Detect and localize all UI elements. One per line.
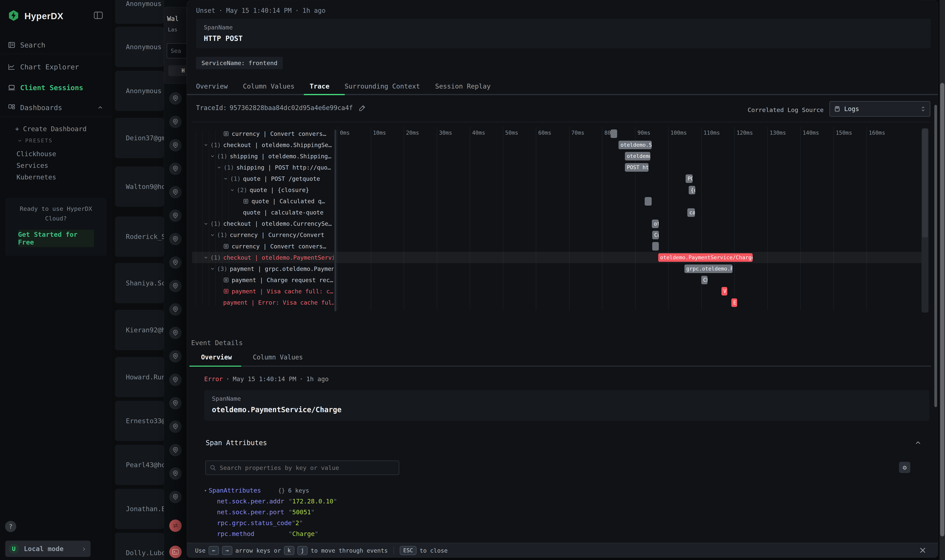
sidebar-item-chart-explorer[interactable]: Chart Explorer [0,60,112,74]
gear-icon[interactable]: ⚙ [899,462,910,473]
location-pin-icon[interactable] [169,350,182,363]
attribute-search-input[interactable] [219,464,399,471]
waterfall-bar[interactable]: POST /getquote [686,174,692,183]
trace-tree-row[interactable]: currency | Convert convers… [192,241,334,252]
sidebar-item-dashboards[interactable]: Dashboards [0,101,112,114]
waterfall-scrollbar-thumb[interactable] [922,129,928,237]
waterfall-bar[interactable]: oteldemo.CurrencySe… [652,220,658,228]
location-pin-icon[interactable] [169,92,182,105]
collapse-chevron-icon[interactable] [914,439,922,447]
waterfall-bar[interactable] [652,242,659,251]
trace-tree-row[interactable]: currency | Convert convers… [192,128,334,139]
drawer-scrollbar-thumb[interactable] [934,105,937,407]
trace-tree-row[interactable]: payment | Error: Visa cache ful… [192,297,334,308]
attribute-key[interactable]: net.sock.peer.port [217,508,288,516]
session-list-item[interactable]: Anonymous [115,27,164,67]
terminal-icon[interactable] [169,546,182,558]
peek-button[interactable]: H [168,65,187,76]
tab-surrounding-context[interactable]: Surrounding Context [345,81,420,92]
session-list-item[interactable]: Shaniya.Sc [115,263,164,303]
location-pin-icon[interactable] [169,374,182,386]
trace-tree-row[interactable]: quote | calculate-quote [192,207,334,218]
trace-tree-row[interactable]: (1)currency | Currency/Convert [192,229,334,241]
trace-tree-row[interactable]: payment | Visa cache full: c… [192,286,334,297]
session-list-item[interactable]: Ernesto33@ [115,401,164,441]
location-pin-icon[interactable] [169,139,182,152]
edit-pencil-icon[interactable] [359,104,366,112]
tab-ed-overview[interactable]: Overview [201,354,232,361]
waterfall-bar[interactable]: calculate-quote [688,208,695,217]
session-list-item[interactable]: Jonathan.B [115,489,164,529]
trace-tree-row[interactable]: payment | Charge request rec… [192,274,334,286]
sidebar-item-preset[interactable]: Services [17,162,48,169]
get-started-button[interactable]: Get Started for Free [18,229,94,247]
location-pin-icon[interactable] [169,280,182,292]
trace-tree-row[interactable]: (2)quote | {closure} [192,185,334,196]
location-pin-icon[interactable] [169,327,182,339]
location-pin-icon[interactable] [169,397,182,409]
session-list-item[interactable]: Dolly.Lubo [115,533,164,560]
session-list-item[interactable]: Pearl43@ho [115,445,164,485]
waterfall-bar[interactable]: oteldemo.PaymentService/Charge [658,253,753,262]
attribute-key[interactable]: rpc.grpc.status_code [217,519,291,527]
create-dashboard-button[interactable]: + Create Dashboard [15,125,86,133]
trace-tree-row[interactable]: (1)quote | POST /getquote [192,173,334,184]
waterfall-bar[interactable]: {closure} [689,186,695,194]
location-pin-icon[interactable] [169,420,182,433]
service-name-chip[interactable]: ServiceName: frontend [196,57,283,69]
sidebar-item-preset[interactable]: Kubernetes [17,173,56,181]
session-list-item[interactable]: Anonymous [115,71,164,111]
sidebar-item-preset[interactable]: Clickhouse [17,150,56,158]
location-pin-icon[interactable] [169,256,182,269]
waterfall-bar[interactable]: grpc.oteldemo.Paymen… [684,265,733,273]
page-scrollbar-thumb[interactable] [940,83,944,536]
attributes-root-row[interactable]: ▾ SpanAttributes {} 6 keys [204,485,631,496]
sidebar-item-search[interactable]: Search [0,38,112,52]
session-list-item[interactable]: Deion37@gm [115,118,164,158]
sidebar-item-client-sessions[interactable]: Client Sessions [0,81,112,94]
session-list-item[interactable]: Roderick_S [115,217,164,257]
location-pin-icon[interactable] [169,163,182,175]
help-button[interactable]: ? [5,521,16,532]
waterfall-bar[interactable]: Error: Visa cache ful… [731,298,737,307]
waterfall-bar[interactable]: POST http://quo… [625,163,649,172]
session-list-item[interactable]: Walton9@ho [115,166,164,207]
location-pin-icon[interactable] [169,186,182,198]
session-list-item[interactable]: Howard.Run [115,357,164,397]
sidebar-collapse-icon[interactable] [94,12,103,19]
tab-session-replay[interactable]: Session Replay [435,81,491,92]
trace-tree-row[interactable]: (3)payment | grpc.oteldemo.Paymen… [192,263,334,274]
peek-search-input[interactable] [167,43,187,58]
attribute-key[interactable]: net.sock.peer.addr [217,498,288,505]
location-pin-icon[interactable] [169,444,182,456]
waterfall-bar[interactable]: Visa cache full: c… [721,287,728,295]
attribute-key[interactable]: rpc.method [217,530,288,537]
location-pin-icon[interactable] [169,491,182,503]
location-pin-icon[interactable] [169,233,182,245]
trace-tree-row[interactable]: (1)shipping | oteldemo.Shipping… [192,151,334,162]
tab-overview[interactable]: Overview [196,81,228,92]
waterfall-bar[interactable] [645,197,652,206]
presets-header[interactable]: PRESETS [17,138,53,143]
waterfall-bar[interactable]: Charge request rec… [701,276,708,284]
waterfall-bar[interactable]: oteldemo.Shipping… [625,152,650,160]
trace-tree-row[interactable]: (1)shipping | POST http://quo… [192,162,334,173]
waterfall-bar[interactable] [610,129,617,138]
session-list-item[interactable]: Anonymous [115,0,164,24]
waterfall-bar[interactable]: Currency/Convert [652,231,659,239]
swap-arrows-icon[interactable] [169,520,182,532]
tab-trace[interactable]: Trace [310,81,330,92]
trace-tree-row[interactable]: (1)checkout | oteldemo.CurrencySe… [192,218,334,229]
log-source-select[interactable]: Logs [829,101,930,117]
close-icon[interactable] [918,546,927,555]
location-pin-icon[interactable] [169,116,182,128]
tab-column-values[interactable]: Column Values [243,81,294,92]
trace-tree-row[interactable]: (1)checkout | oteldemo.ShippingSe… [192,139,334,151]
location-pin-icon[interactable] [169,209,182,222]
location-pin-icon[interactable] [169,468,182,480]
account-menu[interactable]: U Local mode › [5,541,91,557]
trace-tree-row[interactable]: quote | Calculated q… [192,196,334,207]
tab-ed-column-values[interactable]: Column Values [253,354,303,361]
trace-tree-row[interactable]: (1)checkout | oteldemo.PaymentServi… [192,252,334,263]
location-pin-icon[interactable] [169,303,182,315]
